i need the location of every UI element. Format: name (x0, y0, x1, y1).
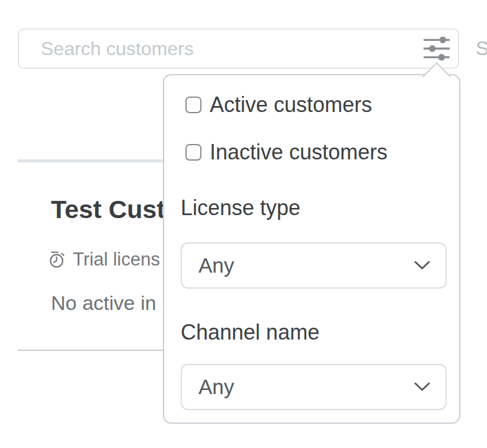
chevron-down-icon (414, 382, 430, 392)
inactive-customers-checkbox[interactable] (185, 144, 201, 161)
channel-name-value: Any (198, 375, 234, 399)
channel-name-label: Channel name (181, 320, 319, 345)
active-customers-checkbox[interactable] (185, 97, 201, 113)
active-customers-row[interactable]: Active customers (185, 94, 372, 116)
license-type-select[interactable]: Any (181, 242, 447, 289)
license-type-label: License type (181, 196, 300, 220)
filter-popover: Active customers Inactive customers Lice… (163, 74, 460, 424)
chevron-down-icon (414, 261, 430, 270)
search-bar (18, 28, 459, 69)
search-input[interactable] (19, 30, 458, 68)
timer-icon (49, 251, 65, 268)
active-customers-label: Active customers (210, 92, 372, 117)
channel-name-select[interactable]: Any (181, 364, 447, 410)
inactive-customers-row[interactable]: Inactive customers (185, 141, 387, 164)
customers-page: S Test Cust Trial licens No active in Ac… (0, 0, 487, 448)
customer-title: Test Cust (51, 195, 165, 224)
license-label: Trial licens (73, 249, 160, 270)
installations-text: No active in (51, 292, 156, 315)
inactive-customers-label: Inactive customers (210, 140, 387, 165)
sort-text-fragment: S (476, 37, 487, 60)
filter-button[interactable] (420, 33, 453, 64)
sliders-icon (423, 37, 450, 60)
license-row: Trial licens (49, 249, 160, 270)
license-type-value: Any (198, 254, 234, 277)
